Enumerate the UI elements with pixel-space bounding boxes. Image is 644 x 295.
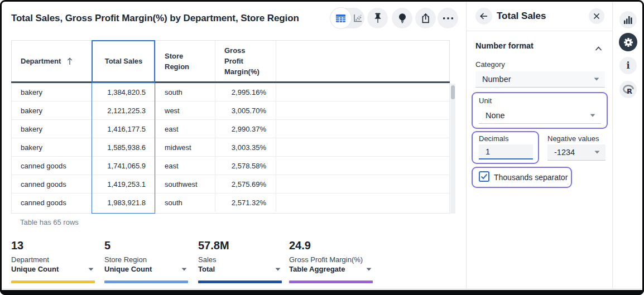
thousands-checkbox[interactable]: [479, 171, 489, 182]
cell-store-region[interactable]: south: [156, 83, 215, 101]
table-row[interactable]: bakery1,416,177.5east2,990.37%: [12, 120, 449, 138]
share-icon: [420, 13, 431, 24]
decimals-input[interactable]: 1: [479, 144, 533, 159]
unit-select[interactable]: None: [479, 108, 601, 124]
chart-view-button[interactable]: [351, 13, 364, 23]
settings-panel-button[interactable]: [619, 33, 637, 51]
chevron-down-icon: [590, 114, 595, 117]
format-panel: Total Sales Number format Category Numbe…: [467, 2, 612, 288]
cell-store-region[interactable]: east: [156, 120, 215, 138]
ellipsis-icon: [443, 17, 454, 20]
cell-store-region[interactable]: south: [156, 194, 215, 212]
lightbulb-button[interactable]: [392, 8, 412, 28]
chevron-down-icon: [275, 268, 281, 271]
cell-total-sales[interactable]: 1,585,938.6: [92, 138, 156, 156]
more-button[interactable]: [438, 8, 458, 28]
panel-header-divider: [467, 31, 612, 31]
cell-department[interactable]: canned goods: [12, 194, 92, 212]
cell-store-region[interactable]: midwest: [156, 138, 215, 156]
table-row[interactable]: bakery1,384,820.5south2,995.16%: [12, 83, 449, 101]
pin-button[interactable]: [367, 8, 388, 28]
table-icon: [335, 14, 346, 23]
cell-department[interactable]: bakery: [12, 83, 92, 101]
cell-empty[interactable]: [276, 120, 449, 138]
r-logo-button[interactable]: R: [619, 81, 637, 98]
svg-text:R: R: [627, 86, 632, 95]
cell-department[interactable]: canned goods: [12, 157, 92, 175]
table-row[interactable]: bakery1,585,938.6midwest3,003.35%: [12, 138, 449, 157]
stat-agg-select[interactable]: Total: [198, 265, 282, 274]
cell-total-sales[interactable]: 1,741,065.9: [92, 157, 156, 175]
cell-total-sales[interactable]: 1,416,177.5: [92, 120, 156, 138]
stat-value: 5: [104, 239, 188, 252]
table-row[interactable]: canned goods1,741,065.9east2,578.58%: [12, 157, 449, 175]
scrollbar-thumb[interactable]: [451, 85, 455, 99]
stat-underline: [11, 281, 95, 283]
cell-gpm[interactable]: 2,575.69%: [215, 175, 276, 193]
cell-empty[interactable]: [276, 138, 449, 156]
column-header-empty[interactable]: [276, 41, 449, 81]
column-header-department[interactable]: Department: [12, 41, 92, 81]
cell-total-sales[interactable]: 1,983,921.8: [92, 194, 156, 212]
column-header-total-sales[interactable]: Total Sales: [92, 41, 156, 81]
cell-total-sales[interactable]: 1,419,253.1: [92, 175, 156, 193]
cell-gpm[interactable]: 2,990.37%: [215, 120, 276, 138]
stat-agg-select[interactable]: Table Aggregate: [289, 265, 373, 274]
close-button[interactable]: [589, 8, 604, 24]
lightbulb-icon: [397, 13, 407, 24]
stat-agg-select[interactable]: Unique Count: [11, 265, 95, 274]
cell-empty[interactable]: [276, 83, 449, 101]
chevron-up-icon: [595, 46, 602, 51]
back-button[interactable]: [475, 8, 492, 25]
cell-department[interactable]: bakery: [12, 138, 92, 156]
info-panel-button[interactable]: i: [619, 57, 637, 74]
cell-total-sales[interactable]: 1,384,820.5: [92, 83, 156, 101]
collapse-section-button[interactable]: [595, 43, 602, 53]
chevron-down-icon: [181, 268, 187, 271]
cell-gpm[interactable]: 2,578.58%: [215, 157, 276, 175]
cell-store-region[interactable]: southwest: [156, 175, 215, 193]
cell-department[interactable]: bakery: [12, 101, 92, 119]
share-button[interactable]: [415, 8, 436, 28]
stat-field: Department: [11, 255, 95, 264]
cell-gpm[interactable]: 3,005.70%: [215, 101, 276, 119]
cell-department[interactable]: canned goods: [12, 175, 92, 193]
stat-agg-select[interactable]: Unique Count: [104, 265, 188, 274]
cell-empty[interactable]: [276, 157, 449, 175]
cell-gpm[interactable]: 2,571.32%: [215, 194, 276, 212]
table-scrollbar[interactable]: [450, 84, 455, 214]
close-icon: [593, 13, 600, 20]
cell-total-sales[interactable]: 2,121,225.3: [92, 101, 156, 119]
cell-empty[interactable]: [276, 101, 449, 119]
view-toggle[interactable]: [330, 8, 364, 28]
negative-values-label: Negative values: [547, 134, 599, 143]
cell-department[interactable]: bakery: [12, 120, 92, 138]
stat-field: Store Region: [104, 255, 188, 264]
column-header-store-region[interactable]: Store Region: [156, 41, 215, 81]
table-row[interactable]: canned goods1,983,921.8south2,571.32%: [12, 194, 449, 212]
data-table: Department Total Sales Store Region Gros…: [11, 40, 450, 214]
negative-values-select[interactable]: -1234: [547, 144, 605, 161]
cell-empty[interactable]: [276, 194, 449, 212]
chevron-down-icon: [88, 268, 94, 271]
cell-empty[interactable]: [276, 175, 449, 193]
sort-asc-icon[interactable]: [66, 57, 73, 65]
right-rail: i R: [612, 2, 642, 288]
table-row[interactable]: canned goods1,419,253.1southwest2,575.69…: [12, 175, 449, 194]
table-row[interactable]: bakery2,121,225.3west3,005.70%: [12, 101, 449, 120]
table-view-button[interactable]: [330, 8, 351, 28]
panel-title: Total Sales: [497, 11, 546, 22]
bar-chart-icon: [623, 16, 633, 24]
category-label: Category: [475, 60, 505, 69]
category-select[interactable]: Number: [475, 71, 605, 88]
cell-gpm[interactable]: 2,995.16%: [215, 83, 276, 101]
column-header-gross-profit-margin[interactable]: Gross Profit Margin(%): [215, 41, 276, 81]
cell-store-region[interactable]: east: [156, 157, 215, 175]
stat-underline: [104, 281, 188, 283]
bottom-divider: [2, 288, 642, 289]
cell-gpm[interactable]: 3,003.35%: [215, 138, 276, 156]
chart-panel-button[interactable]: [619, 11, 637, 28]
info-icon: i: [626, 61, 629, 70]
cell-store-region[interactable]: west: [156, 101, 215, 119]
stat-field: Gross Profit Margin(%): [289, 255, 373, 264]
